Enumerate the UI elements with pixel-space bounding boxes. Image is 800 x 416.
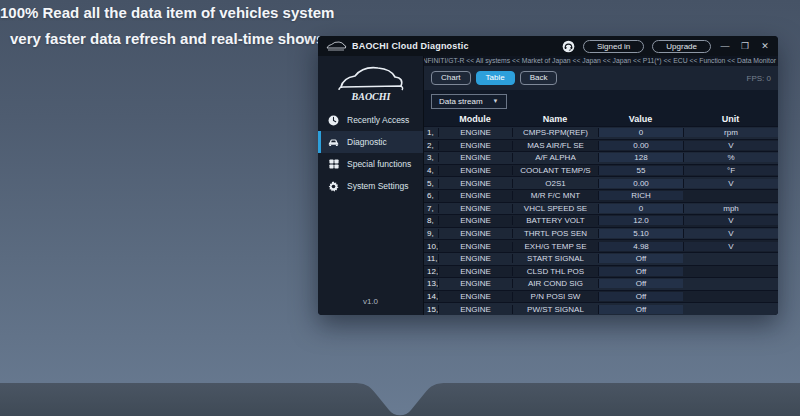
table-row[interactable]: 1,ENGINECMPS-RPM(REF)0rpm	[424, 126, 778, 139]
cell-name: O2S1	[512, 179, 598, 188]
cell-module: ENGINE	[438, 141, 512, 150]
cell-unit: mph	[683, 204, 778, 213]
main-panel: AN/INFINITI/GT-R << All systems << Marke…	[423, 56, 778, 315]
sidebar-item-recently-access[interactable]: Recently Access	[318, 109, 423, 131]
cell-name: CLSD THL POS	[512, 267, 598, 276]
fps-indicator: FPS: 0	[747, 74, 771, 83]
cell-unit: %	[683, 153, 778, 162]
cell-unit: V	[683, 141, 778, 150]
table-row[interactable]: 6,ENGINEM/R F/C MNTRICH	[424, 189, 778, 202]
cell-module: ENGINE	[438, 166, 512, 175]
cell-value: Off	[598, 292, 683, 301]
row-number: 6,	[424, 191, 438, 200]
clock-icon	[328, 115, 339, 126]
cell-module: ENGINE	[438, 128, 512, 137]
cell-unit: V	[683, 216, 778, 225]
cell-name: VHCL SPEED SE	[512, 204, 598, 213]
toolbar: Chart Table Back FPS: 0	[424, 66, 778, 90]
cell-name: START SIGNAL	[512, 254, 598, 263]
tagline-line1: 100% Read all the data item of vehicles …	[0, 0, 334, 26]
cell-unit: V	[683, 229, 778, 238]
cell-module: ENGINE	[438, 279, 512, 288]
data-table: Module Name Value Unit 1,ENGINECMPS-RPM(…	[424, 112, 778, 315]
cell-unit: V	[683, 179, 778, 188]
signed-in-button[interactable]: Signed in	[583, 40, 644, 53]
table-row[interactable]: 2,ENGINEMAS AIR/FL SE0.00V	[424, 139, 778, 152]
sidebar-item-label: Diagnostic	[347, 137, 387, 147]
app-window: BAOCHI Cloud Diagnostic Signed in Upgrad…	[318, 36, 778, 315]
chevron-down-icon: ▼	[493, 95, 499, 108]
cell-value: Off	[598, 279, 683, 288]
table-row[interactable]: 5,ENGINEO2S10.00V	[424, 176, 778, 189]
table-row[interactable]: 3,ENGINEA/F ALPHA128%	[424, 151, 778, 164]
cell-value: 4.98	[598, 242, 683, 251]
cell-name: M/R F/C MNT	[512, 191, 598, 200]
cell-module: ENGINE	[438, 216, 512, 225]
cell-module: ENGINE	[438, 153, 512, 162]
cell-unit: rpm	[683, 128, 778, 137]
sidebar-item-system-settings[interactable]: System Settings	[318, 175, 423, 197]
footer-band	[0, 383, 800, 416]
table-row[interactable]: 9,ENGINETHRTL POS SEN5.10V	[424, 227, 778, 240]
cell-name: P/N POSI SW	[512, 292, 598, 301]
cell-name: THRTL POS SEN	[512, 229, 598, 238]
minimize-button[interactable]: —	[719, 36, 731, 56]
row-number: 8,	[424, 216, 438, 225]
header-unit: Unit	[683, 114, 778, 124]
row-number: 12,	[424, 267, 438, 276]
table-row[interactable]: 13,ENGINEAIR COND SIGOff	[424, 277, 778, 290]
row-number: 5,	[424, 179, 438, 188]
app-version: v1.0	[318, 297, 423, 315]
table-row[interactable]: 10,ENGINEEXH/G TEMP SE4.98V	[424, 239, 778, 252]
sidebar-item-label: Recently Access	[347, 115, 409, 125]
sidebar-item-special-functions[interactable]: Special functions	[318, 153, 423, 175]
table-row[interactable]: 4,ENGINECOOLANT TEMP/S55°F	[424, 164, 778, 177]
tagline-line2: very faster data refresh and real-time s…	[0, 26, 334, 52]
app-logo-icon	[325, 40, 347, 53]
cell-name: CMPS-RPM(REF)	[512, 128, 598, 137]
dropdown-value: Data stream	[439, 95, 483, 108]
cell-module: ENGINE	[438, 242, 512, 251]
sidebar-item-label: Special functions	[347, 159, 411, 169]
sidebar-item-diagnostic[interactable]: Diagnostic	[318, 131, 423, 153]
cell-value: RICH	[598, 191, 683, 200]
car-icon	[328, 137, 339, 148]
cell-value: Off	[598, 254, 683, 263]
breadcrumb: AN/INFINITI/GT-R << All systems << Marke…	[424, 56, 778, 66]
cell-module: ENGINE	[438, 179, 512, 188]
maximize-button[interactable]: ❐	[739, 36, 751, 56]
row-number: 7,	[424, 204, 438, 213]
table-row[interactable]: 7,ENGINEVHCL SPEED SE0mph	[424, 202, 778, 215]
table-row[interactable]: 12,ENGINECLSD THL POSOff	[424, 265, 778, 278]
cell-module: ENGINE	[438, 267, 512, 276]
cell-unit: °F	[683, 166, 778, 175]
header-module: Module	[438, 114, 512, 124]
cell-module: ENGINE	[438, 305, 512, 314]
table-row[interactable]: 14,ENGINEP/N POSI SWOff	[424, 290, 778, 303]
cell-value: Off	[598, 305, 683, 314]
upgrade-button[interactable]: Upgrade	[652, 40, 711, 53]
close-button[interactable]: ✕	[759, 36, 771, 56]
row-number: 14,	[424, 292, 438, 301]
table-tab-button[interactable]: Table	[476, 71, 515, 85]
subbar: Data stream ▼	[424, 90, 778, 112]
header-name: Name	[512, 114, 598, 124]
grid-icon	[328, 159, 339, 170]
table-row[interactable]: 8,ENGINEBATTERY VOLT12.0V	[424, 214, 778, 227]
cell-value: 0	[598, 128, 683, 137]
support-headset-icon[interactable]	[562, 40, 575, 53]
row-number: 13,	[424, 279, 438, 288]
chart-tab-button[interactable]: Chart	[431, 71, 471, 85]
table-body: 1,ENGINECMPS-RPM(REF)0rpm2,ENGINEMAS AIR…	[424, 126, 778, 315]
table-row[interactable]: 11,ENGINESTART SIGNALOff	[424, 252, 778, 265]
cell-module: ENGINE	[438, 229, 512, 238]
table-row[interactable]: 15,ENGINEPW/ST SIGNALOff	[424, 302, 778, 315]
cell-value: Off	[598, 267, 683, 276]
cell-value: 55	[598, 166, 683, 175]
sidebar: BAOCHI Recently Access Diagnostic S	[318, 56, 423, 315]
cell-name: MAS AIR/FL SE	[512, 141, 598, 150]
data-stream-dropdown[interactable]: Data stream ▼	[431, 94, 507, 109]
back-button[interactable]: Back	[520, 71, 558, 85]
row-number: 4,	[424, 166, 438, 175]
cell-name: BATTERY VOLT	[512, 216, 598, 225]
